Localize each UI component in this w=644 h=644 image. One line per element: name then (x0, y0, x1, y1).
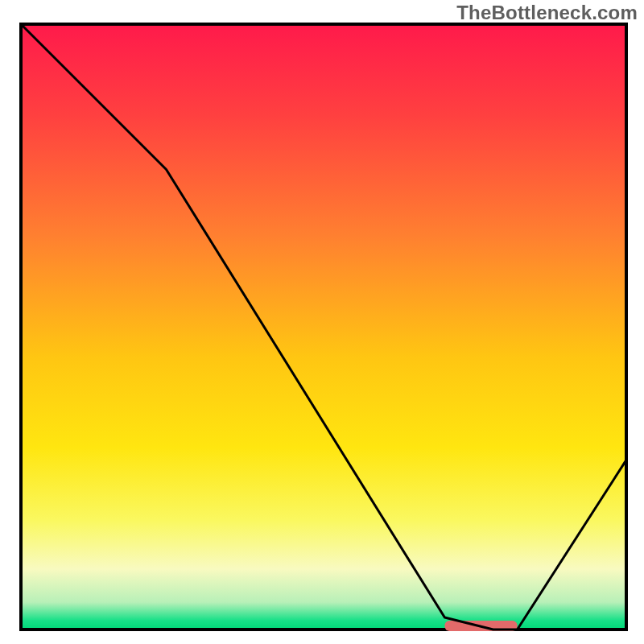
bottleneck-chart (0, 0, 644, 644)
chart-container: TheBottleneck.com (0, 0, 644, 644)
watermark-text: TheBottleneck.com (456, 2, 638, 24)
